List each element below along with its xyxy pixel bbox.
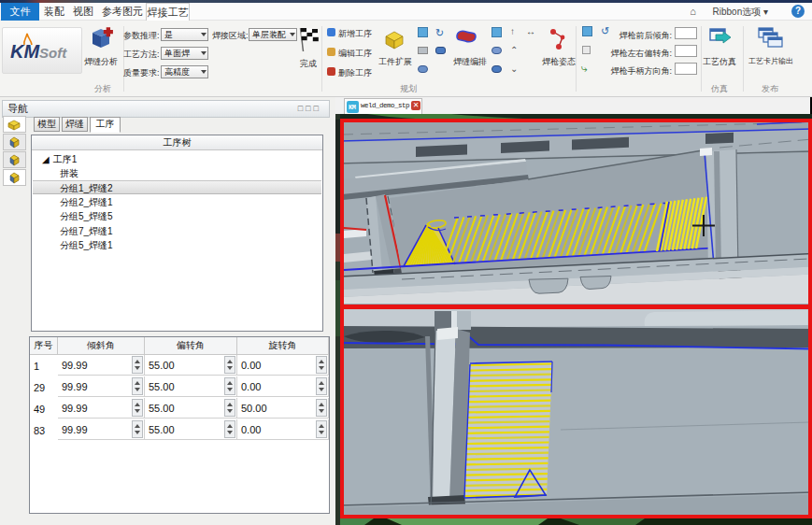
svg-text:KM: KM	[349, 104, 356, 111]
